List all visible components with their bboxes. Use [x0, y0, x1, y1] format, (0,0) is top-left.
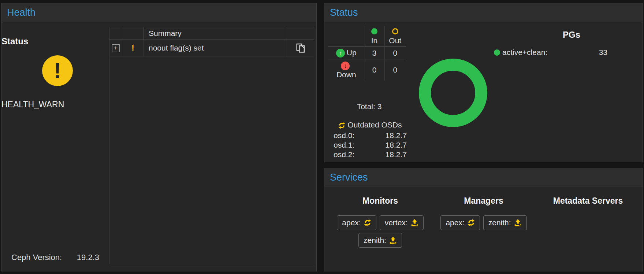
summary-column-header: Summary [144, 27, 287, 40]
health-status-text: HEALTH_WARN [1, 100, 111, 110]
osd-up-row: ↑Up 3 0 [328, 47, 406, 59]
outdated-osds-block: Outdated OSDs osd.0: 18.2.7 osd.1: 18.2.… [328, 121, 412, 159]
managers-group: Managers apex: zenith: [434, 187, 533, 230]
osd-name: osd.1: [334, 141, 354, 149]
ceph-dashboard: Health Status ! HEALTH_WARN Ceph Version… [0, 0, 644, 274]
arrow-down-circle-icon: ↓ [341, 62, 350, 70]
warning-icon: ! [131, 43, 134, 53]
services-panel-title: Services [330, 172, 368, 183]
service-button-mon-vertex[interactable]: vertex: [380, 215, 424, 230]
osd-down-in-value: 0 [365, 59, 384, 81]
osd-version-row: osd.2: 18.2.7 [328, 150, 412, 159]
status-panel-title: Status [330, 7, 358, 18]
legend-value: 33 [599, 48, 607, 57]
services-panel-body: Monitors apex: vertex: [324, 187, 643, 271]
health-panel: Health Status ! HEALTH_WARN Ceph Version… [1, 3, 317, 271]
osd-up-in-value: 3 [365, 47, 384, 59]
health-panel-header: Health [1, 3, 316, 22]
in-column-label: In [371, 36, 378, 45]
health-summary-table: Summary + ! noout flag(s) set [109, 27, 314, 264]
managers-heading: Managers [434, 196, 533, 206]
exclamation-icon: ! [54, 55, 61, 86]
health-table-header: Summary [109, 27, 314, 40]
services-panel: Services Monitors apex: [324, 168, 643, 271]
legend-dot-icon [494, 49, 500, 56]
up-row-label: Up [347, 48, 357, 57]
ceph-version-value: 19.2.3 [77, 253, 99, 262]
health-warning-circle-icon: ! [42, 55, 73, 86]
in-dot-icon [371, 28, 377, 34]
copy-icon [296, 43, 305, 53]
pgs-donut-chart [419, 59, 487, 127]
legend-label: active+clean: [502, 48, 547, 57]
status-panel-header: Status [324, 3, 643, 22]
upload-icon [389, 237, 397, 244]
ceph-version-row: Ceph Version: 19.2.3 [11, 253, 99, 262]
summary-cell: noout flag(s) set [144, 40, 287, 56]
osd-name: osd.0: [334, 131, 354, 140]
health-panel-title: Health [7, 7, 36, 18]
copy-button[interactable] [296, 43, 305, 53]
osd-up-out-value: 0 [384, 47, 406, 59]
service-button-mon-zenith[interactable]: zenith: [358, 233, 402, 248]
out-column-label: Out [389, 36, 401, 45]
monitors-group: Monitors apex: vertex: [328, 187, 432, 248]
osd-version: 18.2.7 [386, 141, 407, 149]
refresh-icon [364, 219, 371, 226]
monitors-heading: Monitors [328, 196, 432, 206]
osd-state-table: In Out ↑Up 3 0 [328, 26, 406, 81]
health-status-heading: Status [1, 36, 111, 47]
services-panel-header: Services [324, 168, 643, 187]
expand-row-icon[interactable]: + [112, 44, 120, 52]
expand-column-header [109, 27, 122, 40]
ceph-version-label: Ceph Version: [11, 253, 62, 262]
refresh-icon [468, 219, 475, 226]
health-panel-body: Status ! HEALTH_WARN Ceph Version: 19.2.… [1, 22, 316, 271]
service-button-mgr-zenith[interactable]: zenith: [483, 215, 527, 230]
osd-version: 18.2.7 [386, 150, 407, 159]
arrow-up-circle-icon: ↑ [336, 49, 345, 58]
service-button-mon-apex[interactable]: apex: [337, 215, 376, 230]
status-panel-body: In Out ↑Up 3 0 [324, 22, 643, 162]
osd-version-row: osd.1: 18.2.7 [328, 140, 412, 150]
pgs-title: PGs [529, 30, 614, 40]
osd-version-row: osd.0: 18.2.7 [328, 131, 412, 140]
osd-down-row: ↓ Down 0 0 [328, 59, 406, 81]
osd-down-out-value: 0 [384, 59, 406, 81]
table-row[interactable]: + ! noout flag(s) set [109, 40, 314, 56]
metadata-servers-group: Metadata Servers [539, 187, 637, 215]
osd-version: 18.2.7 [386, 131, 407, 140]
down-row-label: Down [336, 70, 356, 79]
upload-icon [514, 219, 522, 226]
actions-column-header [287, 27, 314, 40]
upload-icon [411, 219, 418, 226]
metadata-servers-heading: Metadata Servers [539, 196, 637, 206]
service-button-mgr-apex[interactable]: apex: [440, 215, 480, 230]
status-panel: Status In Out [324, 3, 643, 162]
osd-name: osd.2: [334, 150, 354, 159]
out-ring-icon [392, 28, 398, 34]
outdated-osds-heading: Outdated OSDs [347, 121, 402, 129]
pgs-legend-row: active+clean: 33 [494, 48, 607, 57]
refresh-icon [338, 122, 345, 129]
severity-column-header [122, 27, 144, 40]
osd-total-text: Total: 3 [328, 102, 410, 111]
osd-table-header-row: In Out [328, 26, 406, 47]
